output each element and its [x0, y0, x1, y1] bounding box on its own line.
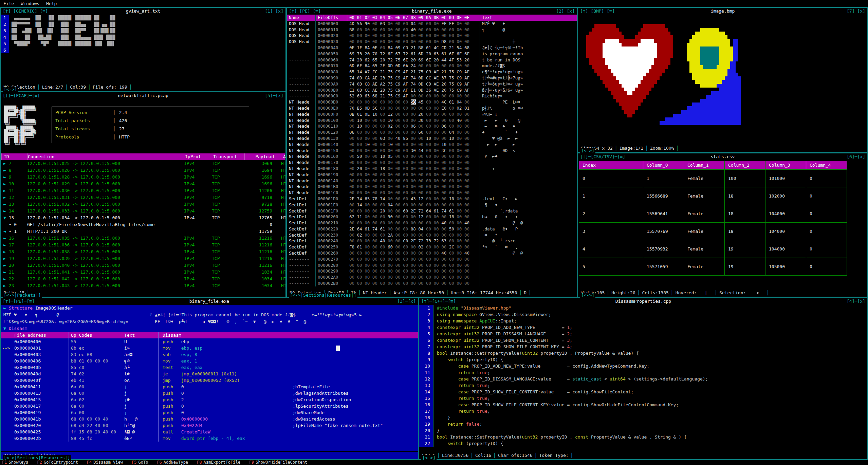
dissasm-view[interactable]: ► Structure ImageDOSHeaderMZÉ ♥ ♦ ╕ @ ♪ …: [1, 305, 418, 451]
hex-row[interactable]: --------000002A000 00 00 00 00 00 00 00 …: [287, 274, 577, 280]
hex-row[interactable]: --------0000005069 73 20 70 72 6F 67 72 …: [287, 51, 577, 57]
packet-row[interactable]: ► 16127.0.0.1:51.035 -> 127.0.0.1:5.000I…: [1, 235, 285, 242]
window-controls[interactable]: [2]─[x]: [555, 8, 575, 15]
disasm-row[interactable]: 0x000004156a 02j☻push 2;dwCreationDispos…: [1, 396, 418, 403]
disasm-row[interactable]: 0x00000406b8 01 00 00 00╕☺mov eax, 1: [1, 358, 418, 364]
disasm-row[interactable]: 0x0000041b68 00 00 00 40h @push 0x400000…: [1, 416, 418, 422]
fkey-label[interactable]: ShowKeys: [8, 460, 28, 465]
fkey-label[interactable]: GoTo: [138, 460, 148, 465]
packet-row[interactable]: ◄ • 1HTTP/1.1 200 OK11759: [1, 228, 285, 235]
hex-row[interactable]: SectDef0000024000 00 00 00 40 00 00 C0 2…: [287, 238, 577, 244]
packet-row[interactable]: ▼ 15127.0.0.1:51.034 -> 127.0.0.1:5.000I…: [1, 215, 285, 221]
hex-row[interactable]: --------0000027000 00 00 00 00 00 00 00 …: [287, 256, 577, 262]
structure-zone-header[interactable]: ► Structure ImageDOSHeader: [1, 305, 418, 312]
disasm-row[interactable]: 0x000004136a 00jpush 0;dwFlagsAndAttribu…: [1, 390, 418, 396]
disasm-row[interactable]: 0x0000042b89 45 fcëE³mov dword ptr [ebp …: [1, 435, 418, 442]
csv-row[interactable]: 415570932Female191040000: [579, 240, 847, 258]
hex-row[interactable]: --------0000028000 00 00 00 00 00 00 00 …: [287, 262, 577, 268]
hex-row[interactable]: NT Heade0000012006 00 00 00 00 00 00 00 …: [287, 129, 577, 135]
hex-row[interactable]: --------0000009074 0D CA AE 23 75 C9 AF …: [287, 75, 577, 81]
hex-row[interactable]: NT Heade000001C000 00 00 00 00 00 00 00 …: [287, 190, 577, 196]
hex-row[interactable]: SectDef0000021000 00 00 00 00 00 00 00 0…: [287, 220, 577, 226]
packet-row[interactable]: ► 17127.0.0.1:51.036 -> 127.0.0.1:5.000I…: [1, 242, 285, 248]
hex-row[interactable]: SectDef0000020062 11 00 00 00 30 00 00 0…: [287, 214, 577, 220]
fkey-label[interactable]: GoToEntrypoint: [44, 460, 78, 465]
csv-row[interactable]: 01Female1001010000: [579, 170, 847, 187]
hex-row[interactable]: SectDef0000023000 02 00 00 00 2A 00 00 0…: [287, 232, 577, 238]
titlebar[interactable]: [†]─[CSV/TSV]─[≡] stats.csv [6]─[x]: [578, 153, 867, 160]
hex-row[interactable]: NT Heade0000010000 10 00 00 00 10 00 00 …: [287, 117, 577, 124]
horizontal-scroll-tag[interactable]: [<->]: [580, 148, 595, 153]
fkey-f8[interactable]: F8: [197, 460, 202, 465]
packet-list-header[interactable]: IDConnectionIpProtTransportPayloadAppLay…: [1, 153, 285, 160]
csv-row[interactable]: 115566689Female181020000: [579, 187, 847, 205]
hex-row[interactable]: DOS Head0000003000 00 00 00 00 00 00 00 …: [287, 39, 577, 45]
titlebar[interactable]: [†]─[BMP]─[≡] image.bmp [7]─[x]: [578, 8, 867, 15]
hex-row[interactable]: --------000000400E 1F BA 0E 00 B4 09 CD …: [287, 45, 577, 51]
hex-row[interactable]: NT Heade0000014000 00 10 00 00 10 00 00 …: [287, 142, 577, 148]
fkey-label[interactable]: AsmExportToFile: [204, 460, 240, 465]
horizontal-scroll-tag[interactable]: [<->]: [580, 293, 595, 298]
packet-row[interactable]: ► 14127.0.0.1:51.033 -> 127.0.0.1:5.000I…: [1, 208, 285, 215]
disasm-row[interactable]: 0x000004116a 00jpush 0;hTemplateFile: [1, 384, 418, 390]
hex-row[interactable]: NT Heade0000013000 00 00 00 03 00 40 85 …: [287, 135, 577, 142]
packet-row[interactable]: ► 12127.0.0.1:51.031 -> 127.0.0.1:5.000I…: [1, 194, 285, 201]
fkey-label[interactable]: Dissasm View: [93, 460, 123, 465]
hex-row[interactable]: SectDef0000026000 00 00 00 00 00 00 00 0…: [287, 250, 577, 256]
disasm-row[interactable]: 0x000004196a 00jpush 0;dwShareMode: [1, 409, 418, 416]
disasm-row[interactable]: 0x0000040feb 41δAjmp jmp_0x000000052 (0x…: [1, 377, 418, 384]
hex-row[interactable]: NT Heade000000E070 B5 0D 5C 00 00 00 00 …: [287, 105, 577, 111]
csv-row[interactable]: 315570769Female181040000: [579, 223, 847, 240]
hex-row[interactable]: --------0000029000 00 00 00 00 00 00 00 …: [287, 268, 577, 274]
hex-row[interactable]: SectDef00000250F8 01 00 00 00 60 00 00 0…: [287, 244, 577, 250]
packet-row[interactable]: ► 7127.0.0.1:51.025 -> 127.0.0.1:5.000IP…: [1, 160, 285, 167]
fkey-f4[interactable]: F4: [87, 460, 92, 465]
hex-row[interactable]: NT Heade000000D000 00 00 00 00 00 00 00 …: [287, 99, 577, 105]
horizontal-scroll-tag[interactable]: [<->]: [421, 455, 437, 461]
window-controls[interactable]: [4]─[x]: [846, 298, 866, 305]
disasm-row[interactable]: 0x000004176a 00jpush 0;lpSecurityAttribu…: [1, 403, 418, 409]
text-viewer[interactable]: 123456 ▄▄▄▄▄▄ ██ ██ ▐████▌ ██████ ██ ██ …: [1, 15, 285, 83]
packet-row[interactable]: ► 8127.0.0.1:51.026 -> 127.0.0.1:5.000IP…: [1, 167, 285, 174]
window-controls[interactable]: [7]─[x]: [846, 8, 866, 15]
disasm-row[interactable]: 0x0000040383 ec 08â∞◘sub esp, 8: [1, 351, 418, 358]
disasm-row[interactable]: 0x0000040b85 c0à└test eax, eax: [1, 364, 418, 371]
packet-row[interactable]: ► 19127.0.0.1:51.039 -> 127.0.0.1:5.000I…: [1, 255, 285, 262]
hex-row[interactable]: --------000000A074 0D C8 AE A2 75 C9 AF …: [287, 81, 577, 87]
view-tabs-tag[interactable]: [<->|Packets|]: [3, 293, 42, 298]
menu-item-file[interactable]: File: [0, 0, 17, 7]
hex-row[interactable]: --------000000C052 69 63 68 21 75 C9 AF …: [287, 93, 577, 99]
hex-row[interactable]: NT Heade000000F00B 01 0E 10 00 12 00 00 …: [287, 111, 577, 117]
hex-row[interactable]: NT Heade0000011000 10 00 00 00 02 00 00 …: [287, 123, 577, 129]
hex-row[interactable]: SectDef000002202E 64 61 74 61 00 00 00 8…: [287, 226, 577, 232]
packet-row[interactable]: ► 20127.0.0.1:51.040 -> 127.0.0.1:5.000I…: [1, 262, 285, 269]
packet-list[interactable]: IDConnectionIpProtTransportPayloadAppLay…: [1, 153, 285, 289]
menu-item-help[interactable]: Help: [43, 0, 60, 7]
hex-row[interactable]: DOS Head000000004D 5A 90 00 03 00 00 00 …: [287, 21, 577, 27]
titlebar[interactable]: [†]─[GENERIC]─[≡] gview_art.txt [1]─[x]: [1, 8, 285, 15]
hex-row[interactable]: DOS Head0000002000 00 00 00 00 00 00 00 …: [287, 33, 577, 39]
window-controls[interactable]: [1]─[x]: [264, 8, 284, 15]
hex-row[interactable]: NT Heade0000017000 00 00 00 00 00 00 00 …: [287, 160, 577, 166]
packet-row[interactable]: ► 10127.0.0.1:51.029 -> 127.0.0.1:5.000I…: [1, 181, 285, 187]
hex-row[interactable]: --------0000006074 20 62 65 20 72 75 6E …: [287, 57, 577, 63]
dissasm-zone-header[interactable]: ▼ Dissasm: [1, 325, 418, 332]
csv-grid[interactable]: IndexColumn_0Column_1Column_2Column_3Col…: [578, 160, 867, 289]
fkey-f1[interactable]: F1: [2, 460, 7, 465]
titlebar[interactable]: [†]─[PCAP]─[≡] networkTraffic.pcap [5]─[…: [1, 92, 285, 99]
csv-row[interactable]: 215569641Female181040000: [579, 205, 847, 223]
disasm-row[interactable]: 0x0000040d74 02t☻je jmp_0x00000011 (0x11…: [1, 371, 418, 377]
hex-row[interactable]: NT Heade0000018000 20 00 00 18 00 00 00 …: [287, 166, 577, 172]
hex-row[interactable]: --------000000706D 6F 64 65 2E 0D 0D 0A …: [287, 63, 577, 69]
fkey-f5[interactable]: F5: [132, 460, 136, 465]
hex-row[interactable]: --------0000008065 14 A7 FC 21 75 C9 AF …: [287, 69, 577, 75]
csv-header[interactable]: IndexColumn_0Column_1Column_2Column_3Col…: [579, 161, 847, 170]
disasm-row[interactable]: 0x0000042068 d4 22 40 00h╘"@push 0x4022d…: [1, 422, 418, 429]
fkey-label[interactable]: ShowOrHideFileContent: [256, 460, 307, 465]
packet-row[interactable]: ► 21127.0.0.1:51.041 -> 127.0.0.1:5.000I…: [1, 269, 285, 276]
fkey-f6[interactable]: F6: [157, 460, 162, 465]
titlebar[interactable]: [†]─[PE]─[≡] binary_file.exe [3]─[x]: [1, 298, 418, 305]
packet-row[interactable]: ► 22127.0.0.1:51.042 -> 127.0.0.1:5.000I…: [1, 276, 285, 282]
hex-row[interactable]: SectDef000001E000 14 00 00 00 04 00 00 0…: [287, 202, 577, 208]
disasm-row[interactable]: 0x0000040055Upush ebp: [1, 338, 418, 345]
